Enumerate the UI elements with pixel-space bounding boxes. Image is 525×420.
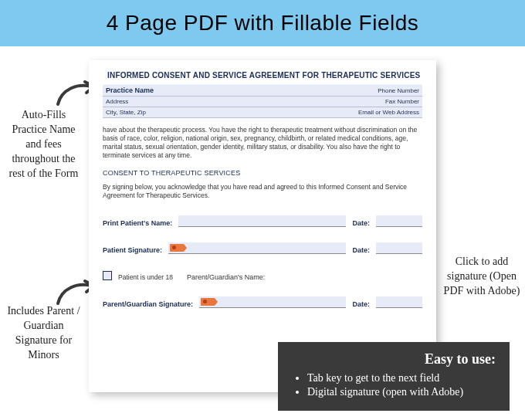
email-field[interactable]: Email or Web Address [246,107,422,118]
guardian-signature-input[interactable] [199,296,346,308]
phone-field[interactable]: Phone Number [246,85,422,97]
easy-list: Tab key to get to the next field Digital… [292,372,496,398]
document-heading-row: INFORMED CONSENT AND SERVICE AGREEMENT F… [103,71,422,80]
minor-row: Patient is under 18 Parent/Guardian's Na… [103,271,422,281]
banner: 4 Page PDF with Fillable Fields [0,0,525,46]
guardian-name-label: Parent/Guardian's Name: [187,273,265,281]
under-18-checkbox[interactable] [103,271,112,280]
list-item: Digital signature (open with Adobe) [307,386,496,398]
print-name-label: Print Patient's Name: [103,219,172,227]
easy-to-use-callout: Easy to use: Tab key to get to the next … [278,342,510,411]
consent-heading: CONSENT TO THERAPEUTIC SERVICES [103,169,422,177]
city-field[interactable]: City, State, Zip [103,107,246,118]
address-field[interactable]: Address [103,97,246,107]
signature-flag-icon [201,298,215,306]
date-label: Date: [352,246,370,254]
fax-field[interactable]: Fax Number [246,97,422,107]
patient-signature-input[interactable] [168,242,346,254]
body-paragraph: have about the therapeutic process. You … [103,126,422,160]
print-name-row: Print Patient's Name: Date: [103,215,422,227]
guardian-signature-label: Parent/Guardian Signature: [103,300,193,308]
patient-signature-row: Patient Signature: Date: [103,242,422,254]
guardian-signature-date-input[interactable] [376,296,422,308]
date-label: Date: [352,219,370,227]
banner-title: 4 Page PDF with Fillable Fields [107,11,419,36]
patient-signature-label: Patient Signature: [103,246,162,254]
practice-name-field[interactable]: Practice Name [103,85,246,97]
under-18-label: Patient is under 18 [118,273,173,281]
date-label: Date: [352,300,370,308]
consent-text: By signing below, you acknowledge that y… [103,183,422,200]
practice-header-table: Practice Name Phone Number Address Fax N… [103,84,422,118]
print-name-date-input[interactable] [376,215,422,227]
print-name-input[interactable] [178,215,346,227]
guardian-signature-row: Parent/Guardian Signature: Date: [103,296,422,308]
annotation-parent-signature: Includes Parent / Guardian Signature for… [3,304,84,363]
annotation-click-signature: Click to add signature (Open PDF with Ad… [443,255,520,299]
list-item: Tab key to get to the next field [307,372,496,384]
easy-title: Easy to use: [292,351,496,368]
signature-flag-icon [170,244,184,252]
document-heading: INFORMED CONSENT AND SERVICE AGREEMENT F… [107,71,420,80]
annotation-auto-fill: Auto-Fills Practice Name and fees throug… [3,108,84,181]
patient-signature-date-input[interactable] [376,242,422,254]
